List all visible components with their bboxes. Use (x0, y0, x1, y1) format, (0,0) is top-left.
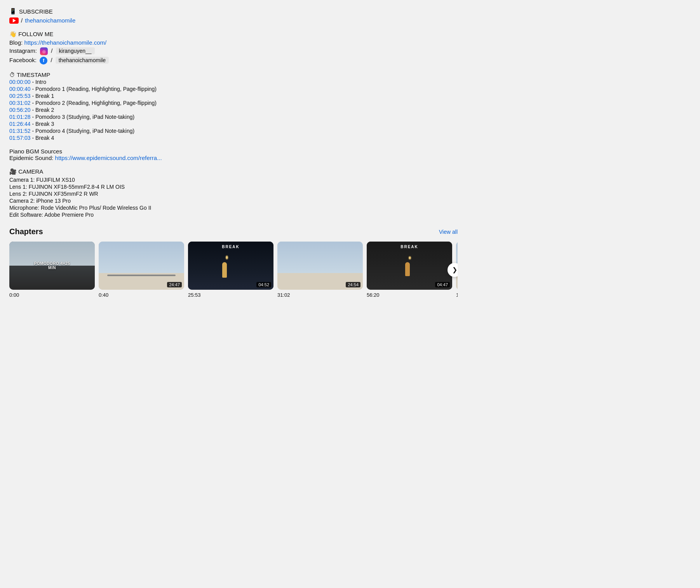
chapter-thumb: BREAK 04:47 (367, 242, 452, 290)
view-all-button[interactable]: View all (439, 229, 458, 235)
chapter-thumb: POMODORO 4×25 MIN (9, 242, 95, 290)
timestamp-desc: - Pomodoro 3 (Studying, iPad Note-taking… (32, 114, 134, 120)
chapter-duration: 24:47 (167, 282, 182, 287)
camera-item: Edit Software: Adobe Premiere Pro (9, 212, 458, 218)
follow-section: 👋 FOLLOW ME Blog: https://thehanoichamom… (9, 31, 458, 64)
channel-link[interactable]: thehanoichamomile (25, 17, 75, 24)
timestamp-link[interactable]: 00:56:20 (9, 107, 31, 113)
chapter-thumb: 24:47 (99, 242, 184, 290)
blog-link[interactable]: https://thehanoichamomile.com/ (24, 39, 106, 46)
timestamp-list: 00:00:00 - Intro00:00:40 - Pomodoro 1 (R… (9, 79, 458, 141)
camera-list: Camera 1: FUJIFILM XS10Lens 1: FUJINON X… (9, 177, 458, 218)
timestamp-item: 00:25:53 - Break 1 (9, 93, 458, 99)
bgm-section: Piano BGM Sources Epidemic Sound: https:… (9, 148, 458, 161)
chapter-thumb: BREAK 04:52 (188, 242, 273, 290)
camera-item: Microphone: Rode VideoMic Pro Plus/ Rode… (9, 205, 458, 211)
chapter-time: 31:02 (277, 292, 363, 298)
chapter-card[interactable]: POMODORO 4×25 MIN 0:00 (9, 242, 95, 298)
bgm-label: Epidemic Sound: (9, 155, 53, 161)
chapter-time: 25:53 (188, 292, 273, 298)
phone-icon: 📱 (9, 8, 17, 15)
blog-row: Blog: https://thehanoichamomile.com/ (9, 39, 458, 46)
timestamp-item: 00:00:40 - Pomodoro 1 (Reading, Highligh… (9, 86, 458, 92)
timestamp-item: 01:26:44 - Break 3 (9, 121, 458, 127)
timestamp-item: 00:56:20 - Break 2 (9, 107, 458, 113)
chapter-duration: 04:47 (435, 282, 450, 287)
facebook-row: Facebook: f / thehanoichamomile (9, 57, 458, 64)
camera-heading: 🎥 CAMERA (9, 168, 458, 175)
instagram-icon: ◎ (40, 47, 48, 55)
blog-label: Blog: (9, 39, 23, 46)
slash3: / (50, 57, 52, 63)
timestamp-desc: - Break 1 (32, 93, 54, 99)
timestamp-link[interactable]: 01:31:52 (9, 128, 31, 134)
page-container: 📱 SUBSCRIBE / thehanoichamomile 👋 FOLLOW… (0, 0, 467, 306)
instagram-label: Instagram: (9, 47, 37, 54)
timestamp-desc: - Pomodoro 1 (Reading, Highlighting, Pag… (32, 86, 157, 92)
timestamp-desc: - Break 3 (32, 121, 54, 127)
instagram-username[interactable]: kiranguyen__ (56, 47, 95, 54)
timestamp-desc: - Intro (32, 79, 46, 85)
instagram-row: Instagram: ◎ / kiranguyen__ (9, 47, 458, 55)
channel-row: / thehanoichamomile (9, 17, 458, 24)
timestamp-link[interactable]: 01:57:03 (9, 135, 31, 141)
chapter-duration: 04:52 (256, 282, 271, 287)
youtube-icon[interactable] (9, 17, 19, 24)
timestamp-item: 01:31:52 - Pomodoro 4 (Studying, iPad No… (9, 128, 458, 134)
chapter-card[interactable]: BREAK 04:4756:20 (367, 242, 452, 298)
chapters-list: POMODORO 4×25 MIN 0:00 24:470:40 BREAK 0… (9, 242, 458, 298)
bgm-line1: Piano BGM Sources (9, 148, 458, 155)
subscribe-section: 📱 SUBSCRIBE (9, 8, 458, 15)
timestamp-heading: ⏱ TIMESTAMP (9, 71, 458, 78)
chapter-time: 0:40 (99, 292, 184, 298)
slash2: / (51, 47, 52, 54)
timestamp-link[interactable]: 00:25:53 (9, 93, 31, 99)
chapter-time: 1:01 (456, 292, 458, 298)
camera-item: Lens 2: FUJINON XF35mmF2 R WR (9, 191, 458, 197)
facebook-label: Facebook: (9, 57, 37, 63)
timestamp-link[interactable]: 00:31:02 (9, 100, 31, 106)
bgm-link[interactable]: https://www.epidemicsound.com/referra... (55, 155, 162, 161)
timestamp-section: ⏱ TIMESTAMP 00:00:00 - Intro00:00:40 - P… (9, 71, 458, 141)
follow-heading: 👋 FOLLOW ME (9, 31, 458, 38)
timestamp-link[interactable]: 01:26:44 (9, 121, 31, 127)
camera-section: 🎥 CAMERA Camera 1: FUJIFILM XS10Lens 1: … (9, 168, 458, 218)
chapter-card[interactable]: 24:470:40 (99, 242, 184, 298)
timestamp-item: 00:00:00 - Intro (9, 79, 458, 85)
chapter-card[interactable]: 24:5431:02 (277, 242, 363, 298)
chapter-card[interactable]: BREAK 04:5225:53 (188, 242, 273, 298)
timestamp-item: 01:01:28 - Pomodoro 3 (Studying, iPad No… (9, 114, 458, 120)
chapters-title: Chapters (9, 227, 43, 236)
bgm-line2: Epidemic Sound: https://www.epidemicsoun… (9, 155, 458, 161)
chapter-time: 0:00 (9, 292, 95, 298)
chapters-header: Chapters View all (9, 227, 458, 236)
facebook-username[interactable]: thehanoichamomile (56, 57, 109, 64)
timestamp-desc: - Pomodoro 4 (Studying, iPad Note-taking… (32, 128, 134, 134)
timestamp-desc: - Pomodoro 2 (Reading, Highlighting, Pag… (32, 100, 157, 106)
chapters-section: Chapters View all POMODORO 4×25 MIN 0:00… (9, 227, 458, 298)
chapters-row: POMODORO 4×25 MIN 0:00 24:470:40 BREAK 0… (9, 242, 458, 298)
facebook-icon: f (40, 57, 47, 64)
timestamp-item: 01:57:03 - Break 4 (9, 135, 458, 141)
slash: / (21, 17, 23, 24)
timestamp-desc: - Break 4 (32, 135, 54, 141)
chapter-duration: 24:54 (346, 282, 360, 287)
timestamp-desc: - Break 2 (32, 107, 54, 113)
chapter-time: 56:20 (367, 292, 452, 298)
camera-item: Lens 1: FUJINON XF18-55mmF2.8-4 R LM OIS (9, 184, 458, 190)
timestamp-link[interactable]: 01:01:28 (9, 114, 31, 120)
timestamp-link[interactable]: 00:00:00 (9, 79, 31, 85)
camera-item: Camera 2: iPhone 13 Pro (9, 198, 458, 204)
chapter-thumb: 24:54 (277, 242, 363, 290)
timestamp-item: 00:31:02 - Pomodoro 2 (Reading, Highligh… (9, 100, 458, 106)
camera-item: Camera 1: FUJIFILM XS10 (9, 177, 458, 183)
subscribe-label: SUBSCRIBE (19, 8, 53, 15)
timestamp-link[interactable]: 00:00:40 (9, 86, 31, 92)
